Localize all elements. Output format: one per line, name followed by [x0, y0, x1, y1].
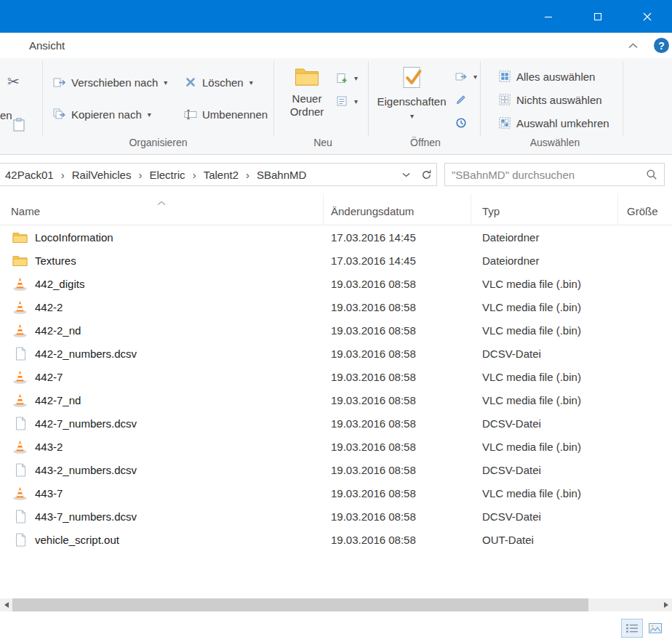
breadcrumb-item[interactable]: RailVehicles — [68, 164, 135, 185]
delete-button[interactable]: Löschen ▾ — [179, 71, 257, 93]
titlebar — [0, 0, 672, 33]
details-view-button[interactable] — [621, 619, 643, 638]
ribbon-separator — [480, 61, 481, 137]
table-row[interactable]: 442-7_numbers.dcsv 19.03.2016 08:58 DCSV… — [0, 412, 672, 435]
arrow-right-icon — [664, 602, 668, 608]
cut-button[interactable]: ✂ — [7, 73, 20, 90]
rename-button[interactable]: Umbenennen — [179, 103, 272, 125]
name-cell: 443-7 — [0, 486, 324, 500]
minimize-icon — [544, 12, 553, 21]
search-input[interactable] — [445, 169, 639, 181]
name-cell: vehicle_script.out — [0, 533, 324, 547]
ribbon: ✂ en Verschieben nach ▾ Kopieren nach ▾ — [0, 58, 672, 155]
name-cell: 442_digits — [0, 277, 324, 291]
delete-label: Löschen — [202, 76, 244, 89]
table-row[interactable]: LocoInformation 17.03.2016 14:45 Dateior… — [0, 225, 672, 249]
table-row[interactable]: 442-7 19.03.2016 08:58 VLC media file (.… — [0, 365, 672, 388]
close-button[interactable] — [623, 0, 672, 33]
file-name: 443-7 — [35, 487, 63, 499]
date-cell: 19.03.2016 08:58 — [324, 324, 471, 337]
date-cell: 19.03.2016 08:58 — [324, 487, 471, 499]
vlc-icon — [12, 277, 28, 291]
rename-label: Umbenennen — [202, 108, 268, 121]
date-cell: 19.03.2016 08:58 — [324, 371, 471, 383]
type-cell: DCSV-Datei — [471, 348, 618, 360]
scroll-right-button[interactable] — [660, 598, 672, 611]
table-row[interactable]: 443-2 19.03.2016 08:58 VLC media file (.… — [0, 435, 672, 458]
date-cell: 19.03.2016 08:58 — [324, 394, 471, 406]
new-item-button[interactable]: ▾ — [332, 67, 360, 89]
file-icon — [12, 347, 28, 361]
maximize-button[interactable] — [573, 0, 623, 33]
dropdown-arrow-icon: ▾ — [473, 73, 477, 81]
name-cell: 442-7_nd — [0, 393, 324, 407]
close-icon — [643, 12, 652, 21]
move-to-button[interactable]: Verschieben nach ▾ — [48, 71, 172, 93]
column-header-date[interactable]: Änderungsdatum — [324, 193, 471, 225]
ribbon-separator — [273, 61, 274, 137]
tab-ansicht[interactable]: Ansicht — [17, 33, 76, 58]
help-button[interactable]: ? — [654, 38, 669, 53]
breadcrumb-item[interactable]: 42Pack01 — [1, 164, 57, 185]
name-cell: LocoInformation — [0, 230, 324, 244]
breadcrumb-separator-icon[interactable]: › — [135, 169, 145, 181]
scroll-left-button[interactable] — [0, 598, 12, 611]
select-all-button[interactable]: Alles auswählen — [493, 65, 599, 87]
view-buttons — [621, 619, 666, 638]
table-row[interactable]: Textures 17.03.2016 14:45 Dateiordner — [0, 249, 672, 272]
file-name: 442-7 — [35, 371, 63, 383]
ribbon-collapse-button[interactable] — [623, 36, 642, 55]
table-row[interactable]: 442-2_numbers.dcsv 19.03.2016 08:58 DCSV… — [0, 342, 672, 365]
dropdown-arrow-icon: ▾ — [164, 79, 167, 87]
date-cell: 19.03.2016 08:58 — [324, 534, 471, 546]
table-row[interactable]: 442_digits 19.03.2016 08:58 VLC media fi… — [0, 272, 672, 295]
horizontal-scrollbar[interactable] — [0, 598, 672, 611]
breadcrumb-item[interactable]: Talent2 — [200, 164, 242, 185]
scrollbar-thumb[interactable] — [12, 598, 588, 611]
new-folder-button[interactable]: Neuer Ordner — [284, 61, 330, 118]
type-cell: VLC media file (.bin) — [471, 324, 618, 337]
explorer-window: Ansicht ? ✂ en Verschieben nach ▾ — [0, 0, 672, 642]
name-cell: 443-7_numbers.dcsv — [0, 510, 324, 523]
minimize-button[interactable] — [524, 0, 573, 33]
table-row[interactable]: 443-7 19.03.2016 08:58 VLC media file (.… — [0, 481, 672, 505]
breadcrumb-item[interactable]: SBahnMD — [253, 164, 310, 185]
easy-access-button[interactable]: ▾ — [332, 90, 360, 112]
select-none-button[interactable]: Nichts auswählen — [493, 89, 607, 111]
paste-icon[interactable] — [13, 118, 25, 135]
date-cell: 19.03.2016 08:58 — [324, 510, 471, 523]
file-icon — [12, 510, 28, 523]
thumbnails-view-button[interactable] — [644, 619, 666, 638]
table-row[interactable]: 443-2_numbers.dcsv 19.03.2016 08:58 DCSV… — [0, 458, 672, 481]
search-button[interactable] — [639, 164, 664, 185]
edit-button[interactable] — [452, 89, 470, 111]
address-dropdown-button[interactable] — [396, 164, 416, 185]
scrollbar-track[interactable] — [12, 598, 660, 611]
open-button[interactable]: ▾ — [452, 65, 479, 87]
invert-selection-button[interactable]: Auswahl umkehren — [493, 112, 614, 134]
properties-button[interactable]: Eigenschaften ▾ — [377, 61, 447, 120]
breadcrumb-separator-icon[interactable]: › — [242, 169, 253, 181]
table-row[interactable]: 442-2_nd 19.03.2016 08:58 VLC media file… — [0, 318, 672, 342]
column-header-size[interactable]: Größe — [618, 193, 672, 225]
new-item-icon — [335, 72, 348, 84]
history-icon — [454, 117, 468, 129]
breadcrumb-separator-icon[interactable]: › — [57, 169, 68, 181]
help-icon: ? — [658, 40, 665, 52]
name-cell: 442-7 — [0, 370, 324, 384]
table-row[interactable]: 442-7_nd 19.03.2016 08:58 VLC media file… — [0, 388, 672, 412]
refresh-icon — [421, 169, 432, 180]
table-row[interactable]: 442-2 19.03.2016 08:58 VLC media file (.… — [0, 295, 672, 318]
breadcrumb-separator-icon[interactable]: › — [189, 169, 200, 181]
type-cell: VLC media file (.bin) — [471, 441, 618, 453]
table-row[interactable]: vehicle_script.out 19.03.2016 08:58 OUT-… — [0, 528, 672, 551]
date-cell: 19.03.2016 08:58 — [324, 441, 471, 453]
address-bar[interactable]: 42Pack01 › RailVehicles › Electric › Tal… — [0, 163, 437, 186]
refresh-button[interactable] — [416, 164, 436, 185]
history-button[interactable] — [452, 112, 470, 134]
breadcrumb-item[interactable]: Electric — [145, 164, 188, 185]
column-header-type[interactable]: Typ — [471, 193, 618, 225]
file-name: 442-2_numbers.dcsv — [35, 348, 137, 360]
table-row[interactable]: 443-7_numbers.dcsv 19.03.2016 08:58 DCSV… — [0, 505, 672, 528]
copy-to-button[interactable]: Kopieren nach ▾ — [48, 103, 156, 125]
